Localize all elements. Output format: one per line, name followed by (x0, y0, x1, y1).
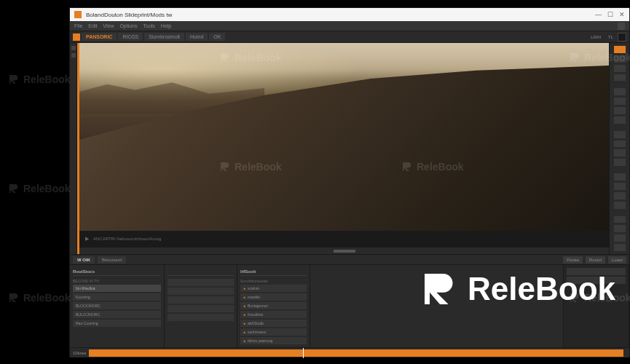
list-item[interactable]: ●mastlist (240, 293, 307, 301)
tab-3[interactable]: Slombrosmolt (144, 33, 184, 41)
list-item[interactable]: ●fmsolitina (240, 311, 307, 318)
maximize-button[interactable]: ☐ (607, 11, 613, 18)
tab-indicator-icon (73, 33, 80, 41)
lower-section: W OIK Briconourt Flotaa Rostol Loaot Rou… (70, 254, 629, 357)
tool-2[interactable] (614, 55, 626, 63)
tool-17[interactable] (614, 216, 626, 223)
viewer-canvas[interactable] (79, 43, 609, 231)
viewer-status-bar: ▶ ANCARTRI Nebosorvinhoso/Aroog (79, 231, 609, 247)
panel-c-sub: Sonuhhioraodain (240, 279, 307, 283)
tab-5[interactable]: OK (209, 33, 225, 41)
tab-main[interactable]: PANSORIC (82, 33, 117, 41)
menubar-right-icon[interactable] (618, 23, 625, 30)
play-icon[interactable]: ▶ (85, 236, 89, 242)
app-window: BolandDouton Slideprint/Mods tw — ☐ ✕ Fi… (69, 7, 630, 357)
lower-btn-2[interactable]: Rostol (586, 256, 605, 264)
list-item[interactable] (567, 277, 626, 284)
tool-20[interactable] (614, 244, 626, 251)
tool-15[interactable] (614, 192, 626, 199)
tool-7[interactable] (614, 107, 626, 114)
tabbar-settings-icon[interactable] (618, 33, 626, 41)
tool-13[interactable] (614, 173, 626, 181)
tool-14[interactable] (614, 183, 626, 190)
tool-4[interactable] (614, 74, 626, 82)
list-item[interactable]: ifiaa Cooming (73, 320, 161, 327)
lower-tab-1[interactable]: W OIK (73, 256, 95, 264)
close-button[interactable]: ✕ (619, 11, 625, 18)
workspace-tabbar: PANSORIC RIOSS Slombrosmolt Hoind OK LIN… (70, 31, 629, 43)
list-item[interactable]: Kooming (73, 293, 161, 301)
panel-effects: HfSoctt Sonuhhioraodain ●scalnnt ●mastli… (237, 265, 310, 347)
lower-tab-2[interactable]: Briconourt (98, 256, 126, 264)
strip-tool-1[interactable] (71, 46, 76, 50)
watermark-icon (7, 291, 20, 304)
tab-2[interactable]: RIOSS (118, 33, 143, 41)
window-title: BolandDouton Slideprint/Mods tw (86, 12, 595, 18)
panels-row: RoutStocs BECOND IN TH blu Wredloa Koomi… (70, 265, 629, 347)
minimize-button[interactable]: — (595, 11, 602, 18)
list-item[interactable] (567, 268, 626, 275)
watermark-icon (7, 73, 20, 86)
titlebar: BolandDouton Slideprint/Mods tw — ☐ ✕ (70, 8, 629, 21)
menu-edit[interactable]: Edit (88, 23, 97, 28)
watermark-icon (7, 182, 20, 195)
tool-19[interactable] (614, 234, 626, 242)
list-item[interactable]: blu Wredloa (73, 285, 161, 292)
splitter-handle[interactable] (79, 247, 609, 254)
watermark: ReleBook (7, 73, 71, 86)
status-text: ANCARTRI Nebosorvinhoso/Aroog (93, 237, 161, 241)
playhead[interactable] (303, 348, 304, 358)
list-item[interactable]: ●souhmasss (240, 328, 307, 336)
tool-5[interactable] (614, 88, 626, 95)
timeline-label: 10krea (73, 351, 86, 355)
tool-16[interactable] (614, 202, 626, 209)
strip-tool-2[interactable] (71, 53, 76, 58)
list-item[interactable] (168, 305, 234, 312)
list-item[interactable]: BULCCINORC (73, 311, 161, 318)
list-item[interactable]: ●abAStodb (240, 320, 307, 327)
tabbar-label-1: LINN (588, 35, 604, 39)
tool-active[interactable] (614, 46, 626, 53)
list-item[interactable]: ●Boctagnmon (240, 302, 307, 309)
panel-a-header: RoutStocs (73, 268, 161, 276)
menu-options[interactable]: Options (119, 23, 137, 28)
list-item[interactable]: BLOOCINORC (73, 302, 161, 309)
grip-icon (334, 250, 355, 253)
list-item[interactable]: ●scalnnt (240, 285, 307, 292)
timeline-track[interactable] (89, 349, 623, 357)
menu-help[interactable]: Help (161, 23, 171, 28)
tab-4[interactable]: Hoind (186, 33, 208, 41)
list-item[interactable]: ●tblnss yearroug (240, 337, 307, 344)
panel-b-header (168, 268, 234, 276)
tool-3[interactable] (614, 65, 626, 72)
list-item[interactable] (168, 279, 234, 286)
viewer-wrap: ▶ ANCARTRI Nebosorvinhoso/Aroog (79, 43, 609, 254)
panel-sources: RoutStocs BECOND IN TH blu Wredloa Koomi… (70, 265, 165, 347)
menu-file[interactable]: File (74, 23, 82, 28)
panel-a-sub: BECOND IN TH (73, 279, 161, 283)
tool-10[interactable] (614, 141, 626, 148)
panel-c-header: HfSoctt (240, 268, 307, 276)
menu-tools[interactable]: Tools (143, 23, 155, 28)
menu-view[interactable]: View (103, 23, 114, 28)
tool-9[interactable] (614, 131, 626, 138)
list-item[interactable] (168, 314, 234, 321)
lower-tabbar: W OIK Briconourt Flotaa Rostol Loaot (70, 255, 629, 265)
menubar: File Edit View Options Tools Help (70, 21, 629, 31)
lower-btn-1[interactable]: Flotaa (563, 256, 583, 264)
list-item[interactable] (168, 296, 234, 304)
tool-18[interactable] (614, 225, 626, 232)
tool-8[interactable] (614, 116, 626, 124)
tool-6[interactable] (614, 98, 626, 105)
main-area: ▶ ANCARTRI Nebosorvinhoso/Aroog (70, 43, 629, 254)
left-tool-strip (70, 43, 77, 254)
panel-props (165, 265, 237, 347)
list-item[interactable] (168, 288, 234, 295)
lower-btn-3[interactable]: Loaot (608, 256, 626, 264)
panel-right (564, 265, 629, 347)
watermark: ReleBook (7, 291, 71, 304)
tool-11[interactable] (614, 149, 626, 157)
window-controls: — ☐ ✕ (595, 11, 625, 18)
panel-canvas (310, 265, 564, 347)
tool-12[interactable] (614, 159, 626, 166)
